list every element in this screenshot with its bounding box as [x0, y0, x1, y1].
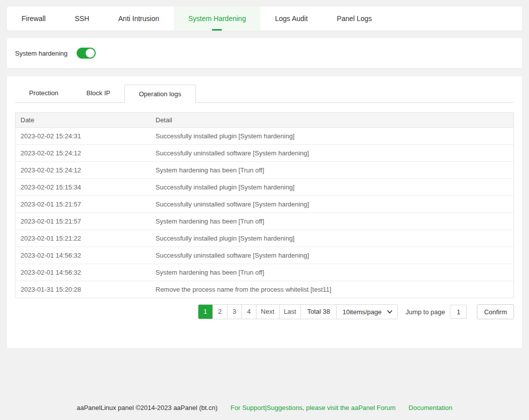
log-detail: System hardening has been [Trun off]: [151, 264, 514, 281]
page-size-select-wrap: 10items/page: [337, 305, 397, 319]
footer-support-link[interactable]: For Support|Suggestions, please visit th…: [230, 404, 395, 411]
log-detail: Successfully installed plugin [System ha…: [151, 230, 514, 247]
table-row: 2023-02-02 15:24:31 Successfully install…: [16, 128, 514, 145]
tab-ssh[interactable]: SSH: [60, 7, 104, 31]
page-button-4[interactable]: 4: [242, 305, 256, 319]
operation-logs-table: Date Detail 2023-02-02 15:24:31 Successf…: [15, 112, 514, 298]
system-hardening-label: System hardening: [15, 50, 68, 57]
pagination: 1 2 3 4 Next Last Total 38 10items/page …: [15, 304, 514, 319]
pagination-group: 1 2 3 4 Next Last Total 38 10items/page: [198, 304, 398, 319]
column-header-date: Date: [16, 113, 151, 128]
log-date: 2023-01-31 15:20:28: [16, 281, 151, 298]
table-row: 2023-02-01 15:21:22 Successfully install…: [16, 230, 514, 247]
tab-system-hardening-label: System Hardening: [188, 15, 246, 23]
log-date: 2023-02-01 14:56:32: [16, 264, 151, 281]
table-row: 2023-02-02 15:15:34 Successfully install…: [16, 179, 514, 196]
log-detail: Successfully uninstalled software [Syste…: [151, 145, 514, 162]
tab-system-hardening[interactable]: System Hardening: [174, 7, 260, 31]
page-size-select[interactable]: 10items/page: [337, 305, 397, 319]
tab-operation-logs[interactable]: Operation logs: [124, 85, 196, 103]
log-date: 2023-02-01 15:21:22: [16, 230, 151, 247]
confirm-button[interactable]: Confirm: [477, 304, 514, 319]
table-header-row: Date Detail: [16, 113, 514, 128]
inner-tabbar: Protection Block IP Operation logs: [15, 84, 514, 103]
log-detail: System hardening has been [Trun off]: [151, 213, 514, 230]
table-row: 2023-02-01 15:21:57 System hardening has…: [16, 213, 514, 230]
log-date: 2023-02-01 14:56:32: [16, 247, 151, 264]
log-date: 2023-02-02 15:24:12: [16, 145, 151, 162]
tab-protection[interactable]: Protection: [15, 84, 73, 102]
tab-panel-logs[interactable]: Panel Logs: [322, 7, 386, 31]
log-detail: Remove the process name from the process…: [151, 281, 514, 298]
page-button-3[interactable]: 3: [227, 305, 242, 319]
log-date: 2023-02-02 15:24:31: [16, 128, 151, 145]
table-row: 2023-02-01 14:56:32 System hardening has…: [16, 264, 514, 281]
top-tabbar: Firewall SSH Anti Intrusion System Harde…: [7, 7, 522, 31]
last-page-button[interactable]: Last: [280, 305, 302, 319]
page-button-2[interactable]: 2: [213, 305, 227, 319]
log-date: 2023-02-01 15:21:57: [16, 196, 151, 213]
table-row: 2023-02-02 15:24:12 Successfully uninsta…: [16, 145, 514, 162]
log-detail: Successfully installed plugin [System ha…: [151, 128, 514, 145]
footer-copyright: aaPanelLinux panel ©2014-2023 aaPanel (b…: [77, 404, 217, 411]
log-detail: System hardening has been [Trun off]: [151, 162, 514, 179]
next-page-button[interactable]: Next: [256, 305, 280, 319]
toggle-knob: [86, 49, 95, 58]
jump-to-page-input[interactable]: [450, 305, 467, 319]
footer-docs-link[interactable]: Documentation: [409, 404, 452, 411]
tab-firewall[interactable]: Firewall: [7, 7, 60, 31]
log-date: 2023-02-02 15:24:12: [16, 162, 151, 179]
table-row: 2023-02-01 14:56:32 Successfully uninsta…: [16, 247, 514, 264]
table-row: 2023-02-01 15:21:57 Successfully uninsta…: [16, 196, 514, 213]
log-detail: Successfully uninstalled software [Syste…: [151, 247, 514, 264]
total-count: Total 38: [301, 305, 337, 319]
active-tab-indicator: [212, 29, 222, 31]
footer: aaPanelLinux panel ©2014-2023 aaPanel (b…: [0, 404, 529, 411]
log-date: 2023-02-02 15:15:34: [16, 179, 151, 196]
system-hardening-toggle[interactable]: [77, 48, 96, 59]
page-button-1[interactable]: 1: [198, 305, 213, 319]
column-header-detail: Detail: [151, 113, 514, 128]
tab-anti-intrusion[interactable]: Anti Intrusion: [104, 7, 174, 31]
table-row: 2023-02-02 15:24:12 System hardening has…: [16, 162, 514, 179]
jump-to-page-label: Jump to page: [406, 308, 445, 316]
main-content-card: Protection Block IP Operation logs Date …: [7, 76, 522, 348]
log-date: 2023-02-01 15:21:57: [16, 213, 151, 230]
table-row: 2023-01-31 15:20:28 Remove the process n…: [16, 281, 514, 298]
log-detail: Successfully installed plugin [System ha…: [151, 179, 514, 196]
tab-block-ip[interactable]: Block IP: [73, 84, 125, 102]
tab-logs-audit[interactable]: Logs Audit: [260, 7, 322, 31]
system-hardening-card: System hardening: [7, 38, 522, 68]
log-detail: Successfully uninstalled software [Syste…: [151, 196, 514, 213]
